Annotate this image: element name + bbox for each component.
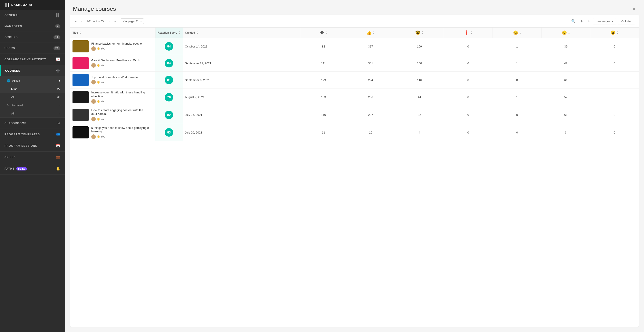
neutral-sort[interactable]: ▲▼: [617, 31, 618, 35]
plus-icon: ➕: [56, 69, 60, 73]
sidebar-item-collaborative[interactable]: COLLABORATIVE ACTIVITY 📈: [0, 54, 65, 65]
smile-icon: 🙂: [562, 30, 567, 35]
sidebar-section-courses: COURSES ➕ 🌐 Active ▾ Mine 22 All 36: [0, 65, 65, 118]
sidebar-section-collaborative: COLLABORATIVE ACTIVITY 📈: [0, 54, 65, 65]
reaction-score-cell: 81: [155, 72, 182, 88]
th-smile[interactable]: 🙂 ▲▼: [542, 28, 590, 38]
sidebar-item-skills[interactable]: SKILLS 💼: [0, 152, 65, 163]
created-sort[interactable]: ▲▼: [196, 31, 198, 35]
sidebar-item-managees[interactable]: MANAGEES 4: [0, 21, 65, 32]
groups-badge: 12: [54, 35, 60, 39]
likes-icon: 👍: [366, 30, 372, 35]
table-row[interactable]: Top Excel Formulas to Work Smarter 👋 You…: [70, 72, 639, 88]
happy-sort[interactable]: ▲▼: [519, 31, 521, 35]
courses-archived-all-item[interactable]: All ›: [0, 110, 65, 117]
languages-dropdown[interactable]: Languages ▾: [593, 18, 616, 25]
created-cell: July 20, 2021: [182, 124, 301, 141]
title-sort[interactable]: ▲▼: [79, 31, 81, 35]
likes-sort[interactable]: ▲▼: [373, 31, 374, 35]
courses-mine-label: Mine: [11, 87, 18, 91]
reaction-sort[interactable]: ▲▼: [178, 31, 180, 35]
likes-cell: 294: [346, 72, 395, 88]
sidebar-item-users[interactable]: USERS 21: [0, 43, 65, 54]
next-page-button[interactable]: ›: [107, 19, 111, 24]
add-button[interactable]: +: [586, 18, 591, 25]
smile-cell: 42: [542, 55, 590, 72]
sidebar-item-general[interactable]: GENERAL ▐▌: [0, 10, 65, 21]
curious-cell: 4: [395, 124, 444, 141]
th-exclaim[interactable]: ❗ ▲▼: [444, 28, 492, 38]
sidebar-section-managees: MANAGEES 4: [0, 21, 65, 32]
exclaim-sort[interactable]: ▲▼: [470, 31, 472, 35]
per-page-select[interactable]: Per page: 20 ▾: [120, 18, 144, 24]
views-cell: 103: [301, 88, 346, 106]
users-label: USERS: [4, 47, 15, 50]
table-row[interactable]: Increase your hit ratio with these handl…: [70, 88, 639, 106]
table-row[interactable]: 5 things you need to know about gamifyin…: [70, 124, 639, 141]
reaction-score-col-label: Reaction Score: [158, 31, 177, 34]
courses-mine-item[interactable]: Mine 22: [0, 85, 65, 93]
curious-sort[interactable]: ▲▼: [422, 31, 423, 35]
th-views[interactable]: 👁 ▲▼: [301, 28, 346, 38]
sidebar-section-program-sessions: PROGRAM SESSIONS 📅: [0, 140, 65, 152]
table-row[interactable]: Give & Get Honest Feedback at Work 👋 You…: [70, 55, 639, 72]
views-cell: 129: [301, 72, 346, 88]
score-badge: 82: [165, 111, 173, 119]
sidebar-item-program-templates[interactable]: PROGRAM TEMPLATES 👥: [0, 129, 65, 140]
close-button[interactable]: ✕: [632, 6, 636, 12]
courses-archived-all-label: All: [11, 112, 14, 115]
created-cell: July 25, 2021: [182, 106, 301, 124]
sidebar-section-users: USERS 21: [0, 43, 65, 54]
sidebar-section-groups: GROUPS 12: [0, 32, 65, 43]
th-likes[interactable]: 👍 ▲▼: [346, 28, 395, 38]
courses-all-item[interactable]: All 36: [0, 93, 65, 101]
curious-cell: 116: [395, 72, 444, 88]
search-button[interactable]: 🔍: [570, 18, 577, 25]
courses-mine-badge: 22: [57, 87, 60, 91]
toolbar: « ‹ 1-20 out of 22 › » Per page: 20 ▾ 🔍 …: [70, 15, 639, 28]
curious-cell: 44: [395, 88, 444, 106]
sidebar-header: ▐▐ DASHBOARD: [0, 0, 65, 10]
sidebar-item-program-sessions[interactable]: PROGRAM SESSIONS 📅: [0, 140, 65, 151]
managees-label: MANAGEES: [4, 25, 22, 28]
smile-cell: 39: [542, 38, 590, 55]
views-sort[interactable]: ▲▼: [325, 31, 327, 35]
happy-cell: 1: [492, 38, 541, 55]
table-row[interactable]: Finance basics for non-financial people …: [70, 38, 639, 55]
likes-cell: 381: [346, 55, 395, 72]
exclaim-cell: 0: [444, 55, 492, 72]
happy-cell: 0: [492, 106, 541, 124]
table-row[interactable]: How to create engaging content with the …: [70, 106, 639, 124]
main-content: Manage courses ✕ « ‹ 1-20 out of 22 › » …: [65, 0, 644, 332]
filter-button[interactable]: ⚙ Filter: [618, 18, 635, 25]
sidebar-item-groups[interactable]: GROUPS 12: [0, 32, 65, 43]
th-happy[interactable]: 😊 ▲▼: [492, 28, 541, 38]
happy-cell: 0: [492, 124, 541, 141]
courses-label: COURSES: [5, 69, 20, 72]
courses-active-item[interactable]: 🌐 Active ▾: [0, 76, 65, 85]
views-cell: 11: [301, 124, 346, 141]
th-created[interactable]: Created ▲▼: [182, 28, 301, 38]
sidebar-item-paths[interactable]: PATHS Beta 🔔: [0, 163, 65, 174]
th-reaction-score[interactable]: Reaction Score ▲▼: [155, 28, 182, 38]
neutral-cell: 0: [590, 106, 639, 124]
th-title[interactable]: Title ▲▼: [70, 28, 155, 38]
managees-badge: 4: [55, 25, 60, 28]
download-button[interactable]: ⬇: [579, 18, 584, 25]
sidebar-item-classrooms[interactable]: CLASSROOMS 🖥: [0, 118, 65, 129]
users-badge: 21: [54, 46, 60, 50]
created-cell: September 8, 2021: [182, 72, 301, 88]
courses-archived-item[interactable]: 🗂 Archived ›: [0, 101, 65, 110]
last-page-button[interactable]: »: [112, 19, 117, 24]
prev-page-button[interactable]: ‹: [80, 19, 84, 24]
views-cell: 82: [301, 38, 346, 55]
happy-cell: 1: [492, 55, 541, 72]
smile-cell: 61: [542, 72, 590, 88]
program-templates-label: PROGRAM TEMPLATES: [4, 133, 40, 136]
first-page-button[interactable]: «: [74, 19, 78, 24]
smile-sort[interactable]: ▲▼: [568, 31, 570, 35]
courses-table: Title ▲▼ Reaction Score ▲▼: [70, 28, 639, 141]
sidebar-item-courses[interactable]: COURSES ➕: [0, 65, 65, 76]
th-curious[interactable]: 🤓 ▲▼: [395, 28, 444, 38]
th-neutral[interactable]: 😐 ▲▼: [590, 28, 639, 38]
